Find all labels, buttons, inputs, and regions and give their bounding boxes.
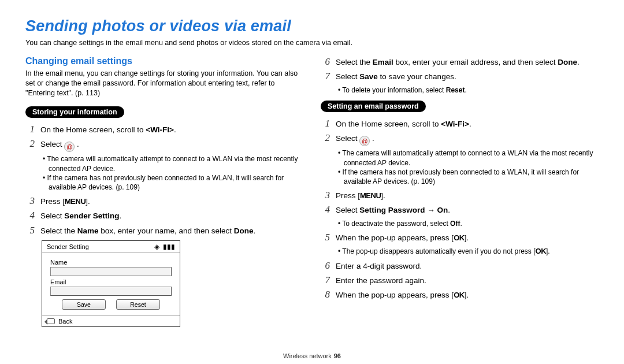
back-icon[interactable] (47, 318, 55, 324)
step-num: 1 (25, 124, 35, 135)
step-6: 6 Select the Email box, enter your email… (321, 56, 599, 68)
step-2: 2 Select @ . (25, 138, 303, 153)
menu-glyph: MENU (360, 191, 381, 200)
step-text: Press [MENU]. (40, 196, 90, 207)
step-7-notes: To delete your information, select Reset… (321, 86, 599, 95)
step-text: On the Home screen, scroll to <Wi-Fi>. (40, 124, 176, 136)
step-3: 3 Press [MENU]. (25, 195, 303, 207)
r-step-1: 1 On the Home screen, scroll to <Wi-Fi>. (321, 118, 599, 130)
step-1: 1 On the Home screen, scroll to <Wi-Fi>. (25, 124, 303, 136)
step-text: Select the Name box, enter your name, an… (40, 225, 255, 237)
step-num: 7 (321, 70, 330, 82)
step-num: 6 (321, 56, 330, 68)
step-num: 2 (25, 138, 35, 150)
step-2-notes: The camera will automatically attempt to… (25, 154, 303, 192)
page-title: Sending photos or videos via email (25, 17, 599, 35)
wifi-icon: ◈ (154, 243, 159, 251)
section-body: In the email menu, you can change settin… (25, 69, 303, 98)
back-label: Back (58, 318, 72, 325)
r-step-3: 3 Press [MENU]. (321, 190, 599, 202)
ok-glyph: OK (454, 233, 465, 242)
step-text: Select the Email box, enter your email a… (336, 57, 580, 68)
email-input[interactable] (50, 287, 172, 296)
section-heading: Changing email settings (25, 56, 303, 66)
r-step-4: 4 Select Setting Password → On. (321, 204, 599, 216)
menu-glyph: MENU (65, 197, 86, 206)
step-num: 5 (25, 225, 35, 236)
email-icon: @ (359, 136, 370, 146)
step-num: 3 (25, 195, 35, 207)
device-title: Sender Setting (47, 243, 89, 250)
left-column: Changing email settings In the email men… (25, 56, 303, 327)
r-step-7: 7 Enter the password again. (321, 274, 599, 287)
device-screenshot: Sender Setting ◈ ▮▮▮ Name Email Save Res… (42, 240, 180, 327)
name-input[interactable] (50, 267, 172, 276)
step-num: 4 (25, 210, 35, 221)
step-5: 5 Select the Name box, enter your name, … (25, 225, 303, 237)
battery-icon: ▮▮▮ (163, 243, 175, 251)
page-footer: Wireless network96 (0, 352, 624, 359)
pill-email-password: Setting an email password (321, 101, 426, 112)
step-text: Select @ . (40, 139, 79, 153)
r-step-8: 8 When the pop-up appears, press [OK]. (321, 289, 599, 301)
r-step-2-notes: The camera will automatically attempt to… (321, 148, 599, 186)
ok-glyph: OK (454, 291, 465, 299)
pill-storing-info: Storing your information (25, 106, 124, 118)
page-intro: You can change settings in the email men… (25, 39, 599, 47)
step-7: 7 Select Save to save your changes. (321, 70, 599, 83)
right-column: 6 Select the Email box, enter your email… (321, 56, 599, 327)
step-text: Select Sender Setting. (40, 210, 121, 222)
email-label: Email (50, 278, 172, 285)
name-label: Name (50, 259, 172, 266)
r-step-6: 6 Enter a 4-digit password. (321, 260, 599, 272)
step-text: Select Save to save your changes. (336, 71, 456, 83)
r-step-4-notes: To deactivate the password, select Off. (321, 219, 599, 228)
r-step-5-notes: The pop-up disappears automatically even… (321, 246, 599, 257)
step-4: 4 Select Sender Setting. (25, 210, 303, 222)
reset-button[interactable]: Reset (116, 299, 160, 310)
r-step-5: 5 When the pop-up appears, press [OK]. (321, 232, 599, 244)
email-icon: @ (64, 142, 75, 152)
save-button[interactable]: Save (62, 299, 106, 310)
r-step-2: 2 Select @ . (321, 132, 599, 147)
